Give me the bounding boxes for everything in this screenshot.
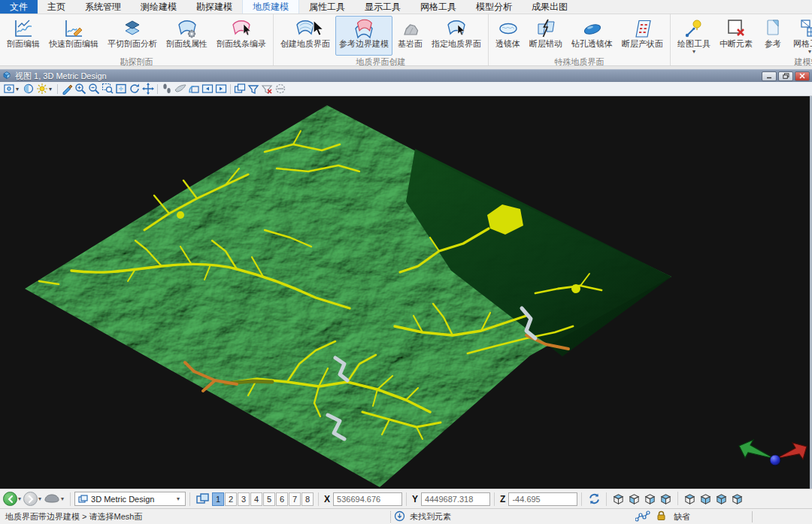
ribbon-tool-0-2[interactable]: 平切剖面分析 (104, 16, 161, 56)
menu-tab-7[interactable]: 显示工具 (355, 0, 411, 14)
menu-tab-1[interactable]: 主页 (38, 0, 75, 14)
toolbar-separator (230, 84, 231, 94)
status-bar: 地质界面带边界建模 > 请选择Mesh面 未找到元素 缺省 (0, 508, 812, 524)
coord-z-input[interactable] (508, 492, 577, 506)
menu-tab-6[interactable]: 属性工具 (299, 0, 355, 14)
view-cube-back-icon[interactable] (698, 492, 714, 506)
view-group-icon[interactable] (194, 492, 212, 505)
menu-tab-3[interactable]: 测绘建模 (131, 0, 186, 14)
ribbon-tool-0-1[interactable]: 快速剖面编辑 (45, 16, 102, 56)
view-previous-button[interactable] (3, 492, 17, 506)
view-number-button-7[interactable]: 7 (289, 492, 301, 506)
view-cube-right-icon[interactable] (642, 492, 658, 506)
ribbon-tool-3-3[interactable]: 网格工具▾ (789, 16, 812, 56)
view-next-dropdown-icon[interactable]: ▾ (38, 495, 41, 502)
view-cube-left-icon[interactable] (626, 492, 642, 506)
window-area-icon[interactable] (101, 83, 114, 95)
coord-z-label: Z (500, 494, 505, 504)
view-number-button-3[interactable]: 3 (238, 492, 250, 506)
view-next-icon[interactable] (214, 83, 228, 95)
walk-icon[interactable] (160, 83, 174, 95)
pan-view-icon[interactable] (141, 83, 155, 95)
ribbon-tool-0-4[interactable]: 剖面线条编录 (213, 16, 270, 56)
view-number-button-1[interactable]: 1 (212, 492, 224, 506)
ribbon-tool-1-0[interactable]: 创建地质界面 (277, 16, 334, 56)
model-view-select-caret: ▾ (177, 495, 180, 502)
ribbon-tool-2-3[interactable]: 断层产状面 (618, 16, 667, 56)
restore-button[interactable] (778, 71, 793, 81)
view-number-button-5[interactable]: 5 (263, 492, 275, 506)
view-cube-topright-icon[interactable] (729, 492, 745, 506)
view-number-button-2[interactable]: 2 (225, 492, 237, 506)
zoom-out-icon[interactable] (87, 83, 101, 95)
menu-tab-file[interactable]: 文件 (0, 0, 38, 14)
view-history-icon[interactable] (44, 492, 60, 506)
view-window-titlebar[interactable]: 视图 1, 3D Metric Design (0, 69, 812, 82)
close-button[interactable] (795, 71, 810, 81)
lock-icon[interactable] (656, 510, 666, 522)
brightness-icon[interactable] (35, 83, 49, 95)
dropdown-caret-icon[interactable]: ▾ (808, 49, 811, 54)
clip-volume-icon[interactable] (247, 83, 260, 95)
copy-view-icon[interactable] (233, 83, 247, 95)
view-number-button-4[interactable]: 4 (250, 492, 262, 506)
snap-mode-icon[interactable] (635, 510, 650, 523)
ribbon-group-0: 剖面编辑快速剖面编辑平切剖面分析剖面线属性剖面线条编录勘探剖面 (0, 14, 274, 65)
view-next-button[interactable] (23, 492, 38, 506)
clip-mask-icon[interactable] (260, 83, 274, 95)
ribbon-tool-label: 剖面线属性 (166, 39, 208, 49)
ribbon-tool-0-0[interactable]: 剖面编辑 (3, 16, 44, 56)
viewport-3d[interactable] (0, 96, 812, 489)
ribbon-tool-2-0[interactable]: 透镜体 (492, 16, 524, 56)
active-level-label[interactable]: 缺省 (674, 511, 690, 522)
ribbon-tool-2-2[interactable]: 钻孔透镜体 (568, 16, 617, 56)
view-previous-icon[interactable] (201, 83, 214, 95)
dropdown-caret-icon[interactable]: ▾ (49, 86, 55, 92)
display-style-icon[interactable] (22, 83, 35, 95)
view-number-button-8[interactable]: 8 (301, 492, 314, 506)
toolbar-separator (157, 84, 158, 94)
ribbon-tool-1-2[interactable]: 基岩面 (394, 16, 426, 56)
sync-views-icon[interactable] (586, 492, 602, 505)
update-view-icon[interactable] (60, 83, 74, 95)
view-number-button-6[interactable]: 6 (276, 492, 288, 506)
menu-tab-9[interactable]: 模型分析 (466, 0, 522, 14)
prompt-balloon-icon[interactable] (394, 510, 405, 523)
view-attributes-icon[interactable] (2, 83, 16, 95)
viewport-3d-canvas[interactable] (0, 96, 812, 489)
view-cube-topleft-icon[interactable] (714, 492, 729, 506)
coord-x-input[interactable] (333, 492, 402, 506)
dropdown-caret-icon[interactable]: ▾ (16, 86, 22, 92)
menu-tab-8[interactable]: 网格工具 (411, 0, 466, 14)
ribbon-tool-1-3[interactable]: 指定地质界面 (428, 16, 485, 56)
view-cube-iso-icon[interactable] (658, 492, 674, 506)
minimize-button[interactable] (762, 71, 777, 81)
view-window-icon (2, 69, 11, 83)
menu-tab-2[interactable]: 系统管理 (75, 0, 131, 14)
terrain-mesh[interactable] (25, 105, 671, 487)
fly-icon[interactable] (174, 83, 187, 95)
menu-tab-5[interactable]: 地质建模 (242, 0, 299, 14)
dropdown-caret-icon[interactable]: ▾ (692, 49, 695, 54)
coord-y-input[interactable] (421, 492, 490, 506)
ribbon-tool-1-1[interactable]: 参考边界建模 (335, 16, 392, 56)
ribbon-tool-2-1[interactable]: 断层错动 (526, 16, 566, 56)
ribbon-tool-3-2[interactable]: 参考 (758, 16, 788, 56)
view-history-dropdown-icon[interactable]: ▾ (61, 495, 64, 502)
ribbon-tool-3-1[interactable]: 中断元素 (716, 16, 756, 56)
fit-view-icon[interactable] (114, 83, 128, 95)
navigate-view-icon[interactable] (187, 83, 201, 95)
model-view-select[interactable]: 3D Metric Design ▾ (74, 492, 186, 506)
view-cube-top-icon[interactable] (611, 492, 626, 506)
ribbon-tool-0-3[interactable]: 剖面线属性 (162, 16, 211, 56)
menu-tab-10[interactable]: 成果出图 (522, 0, 577, 14)
zoom-in-icon[interactable] (74, 83, 87, 95)
ribbon-tool-3-0[interactable]: 绘图工具▾ (674, 16, 714, 56)
status-prompt: 地质界面带边界建模 > 请选择Mesh面 (0, 511, 387, 522)
grid-tools-icon (798, 18, 812, 39)
section-clip-icon[interactable] (274, 83, 287, 95)
view-cube-front-icon[interactable] (682, 492, 698, 506)
view-previous-dropdown-icon[interactable]: ▾ (18, 495, 21, 502)
menu-tab-4[interactable]: 勘探建模 (186, 0, 242, 14)
rotate-view-icon[interactable] (128, 83, 141, 95)
